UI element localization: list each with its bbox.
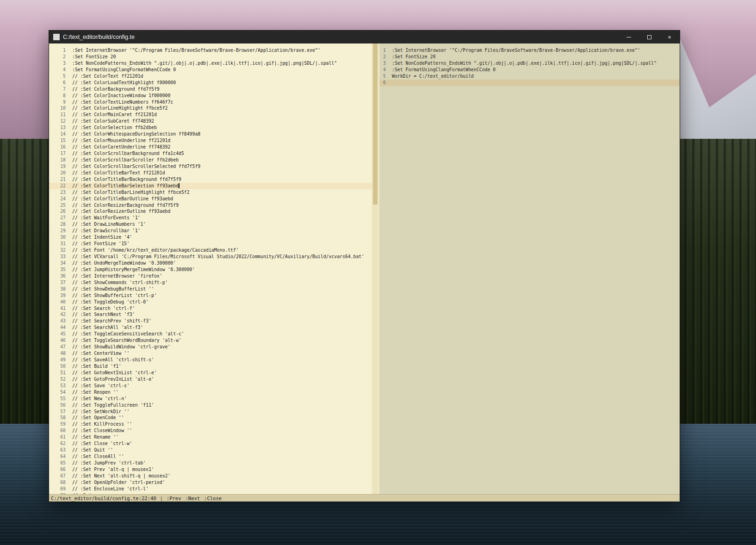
code-line-43[interactable]: 43// :Set SearchPrev 'shift-f3': [49, 318, 372, 324]
code-line-64[interactable]: 64// :Set CloseAll '': [49, 453, 372, 460]
editor-pane-inactive[interactable]: 1:Set InternetBrowser '"C:/Program Files…: [379, 43, 680, 494]
code-line-53[interactable]: 53// :Set Save 'ctrl-s': [49, 383, 372, 389]
code-line-17[interactable]: 17// :Set ColorScrollbarBackground ffa1c…: [49, 150, 372, 157]
code-line-58[interactable]: 58// :Set OpenCode '': [49, 415, 372, 421]
code-text: // :Set ShowDebugBufferList '': [72, 286, 154, 292]
code-line-70[interactable]: 70// :Set: [49, 492, 372, 494]
code-line-4[interactable]: 4:Set FormatUsingClangFormatWhenCCode 0: [49, 67, 372, 73]
code-line-68[interactable]: 68// :Set OpenUpFolder 'ctrl-period': [49, 479, 372, 486]
code-line-7[interactable]: 7// :Set ColorBackground ffd7f5f9: [49, 86, 372, 93]
code-line-26[interactable]: 26// :Set ColorResizerOutline ff93aebd: [49, 208, 372, 215]
code-line-50[interactable]: 50// :Set Build 'f1': [49, 363, 372, 370]
code-line-24[interactable]: 24// :Set ColorTitleBarOutline ff93aebd: [49, 196, 372, 202]
code-line-16[interactable]: 16// :Set ColorCaretUnderline ff748392: [49, 144, 372, 150]
code-line-23[interactable]: 23// :Set ColorTitleBarLineHighlight ffb…: [49, 189, 372, 196]
code-line-13[interactable]: 13// :Set ColorSelection ffb2dbeb: [49, 124, 372, 131]
line-number: 30: [49, 234, 66, 241]
code-line-65[interactable]: 65// :Set JumpPrev 'ctrl-tab': [49, 460, 372, 466]
code-line-25[interactable]: 25// :Set ColorResizerBackground ffd7f5f…: [49, 202, 372, 209]
code-line-20[interactable]: 20// :Set ColorTitleBarText ff21201d: [49, 170, 372, 176]
code-line-6[interactable]: 6// :Set ColorLoadTextHighlight f000000: [49, 80, 372, 86]
code-line-5[interactable]: 5// :Set ColorText ff21201d: [49, 73, 372, 80]
code-text: :Set FontSize 20: [392, 54, 435, 60]
code-line-46[interactable]: 46// :Set ToggleSearchWordBoundary 'alt-…: [49, 337, 372, 344]
code-line-32[interactable]: 32// :Set Font '/home/krz/text_editor/pa…: [49, 247, 372, 254]
line-number: 33: [49, 254, 66, 260]
status-command-next[interactable]: :Next: [186, 495, 200, 501]
code-line-44[interactable]: 44// :Set SearchAll 'alt-f3': [49, 324, 372, 331]
code-line-9[interactable]: 9// :Set ColorTextLineNumbers ff646f7c: [49, 99, 372, 105]
minimize-button[interactable]: [619, 31, 639, 43]
code-line-59[interactable]: 59// :Set KillProcess '': [49, 421, 372, 427]
code-line-38[interactable]: 38// :Set ShowDebugBufferList '': [49, 286, 372, 292]
code-line-11[interactable]: 11// :Set ColorMainCaret ff21201d: [49, 111, 372, 118]
code-line-18[interactable]: 18// :Set ColorScrollbarScroller ffb2dbe…: [49, 157, 372, 163]
code-line-69[interactable]: 69// :Set EncloseLine 'ctrl-l': [49, 486, 372, 492]
code-line-10[interactable]: 10// :Set ColorLineHighlight ffbce5f2: [49, 105, 372, 111]
code-line-4[interactable]: 4:Set FormatUsingClangFormatWhenCCode 0: [379, 67, 680, 73]
code-line-52[interactable]: 52// :Set GotoPrevInList 'alt-e': [49, 376, 372, 383]
editor-pane-active[interactable]: 1:Set InternetBrowser '"C:/Program Files…: [49, 43, 372, 494]
scrollbar-thumb[interactable]: [373, 43, 378, 204]
code-line-51[interactable]: 51// :Set GotoNextInList 'ctrl-e': [49, 370, 372, 376]
code-line-31[interactable]: 31// :Set FontSize '15': [49, 241, 372, 247]
code-line-40[interactable]: 40// :Set ToggleDebug 'ctrl-0': [49, 299, 372, 305]
code-line-12[interactable]: 12// :Set ColorSubCaret ff748392: [49, 118, 372, 124]
code-line-48[interactable]: 48// :Set CenterView '': [49, 350, 372, 357]
code-text: // :Set ShowBufferList 'ctrl-p': [72, 292, 157, 299]
code-line-60[interactable]: 60// :Set CloseWindow '': [49, 427, 372, 434]
code-text: // :Set SearchNext 'f3': [72, 311, 135, 318]
code-line-34[interactable]: 34// :Set UndoMergeTimeWindow '0.300000': [49, 260, 372, 266]
code-line-56[interactable]: 56// :Set ToggleFullscreen 'f11': [49, 402, 372, 409]
line-number: 21: [49, 176, 66, 183]
code-line-57[interactable]: 57// :Set SetWorkDir '': [49, 409, 372, 415]
code-line-37[interactable]: 37// :Set ShowCommands 'ctrl-shift-p': [49, 279, 372, 286]
code-line-62[interactable]: 62// :Set Close 'ctrl-w': [49, 440, 372, 447]
code-line-29[interactable]: 29// :Set DrawScrollbar '1': [49, 228, 372, 234]
code-line-1[interactable]: 1:Set InternetBrowser '"C:/Program Files…: [379, 47, 680, 54]
code-line-2[interactable]: 2:Set FontSize 20: [379, 54, 680, 60]
code-line-33[interactable]: 33// :Set VCVarsall 'C:/Program Files/Mi…: [49, 254, 372, 260]
code-line-19[interactable]: 19// :Set ColorScrollbarScrollerSelected…: [49, 163, 372, 170]
code-line-36[interactable]: 36// :Set InternetBrowser 'firefox': [49, 273, 372, 279]
code-line-3[interactable]: 3:Set NonCodePatterns_EndsWith ".git/|.o…: [379, 60, 680, 67]
code-line-39[interactable]: 39// :Set ShowBufferList 'ctrl-p': [49, 292, 372, 299]
code-line-45[interactable]: 45// :Set ToggleCaseSensitiveSearch 'alt…: [49, 331, 372, 337]
code-line-3[interactable]: 3:Set NonCodePatterns_EndsWith ".git/|.o…: [49, 60, 372, 67]
code-text: // :Set EncloseLine 'ctrl-l': [72, 486, 149, 492]
code-line-27[interactable]: 27// :Set WaitForEvents '1': [49, 215, 372, 221]
code-line-22[interactable]: 22// :Set ColorTitleBarSelection ff93aeb…: [49, 183, 372, 189]
code-line-42[interactable]: 42// :Set SearchNext 'f3': [49, 311, 372, 318]
code-line-47[interactable]: 47// :Set ShowBuildWindow 'ctrl-grave': [49, 344, 372, 350]
code-line-6[interactable]: 6: [379, 80, 680, 86]
code-line-61[interactable]: 61// :Set Rename '': [49, 434, 372, 440]
code-line-2[interactable]: 2:Set FontSize 20: [49, 54, 372, 60]
code-line-14[interactable]: 14// :Set ColorWhitespaceDuringSelection…: [49, 131, 372, 137]
code-line-8[interactable]: 8// :Set ColorInactiveWindow 1f000000: [49, 93, 372, 99]
code-line-15[interactable]: 15// :Set ColorMouseUnderline ff21201d: [49, 137, 372, 144]
code-line-66[interactable]: 66// :Set Prev 'alt-q | mousex1': [49, 466, 372, 473]
maximize-button[interactable]: [639, 31, 659, 43]
close-button[interactable]: ✕: [659, 31, 680, 43]
code-line-1[interactable]: 1:Set InternetBrowser '"C:/Program Files…: [49, 47, 372, 54]
status-command-close[interactable]: :Close: [204, 495, 222, 501]
code-line-49[interactable]: 49// :Set SaveAll 'ctrl-shift-s': [49, 357, 372, 363]
code-line-55[interactable]: 55// :Set New 'ctrl-n': [49, 396, 372, 402]
line-number: 2: [49, 54, 66, 60]
code-line-67[interactable]: 67// :Set Next 'alt-shift-q | mousex2': [49, 473, 372, 479]
code-line-28[interactable]: 28// :Set DrawLineNumbers '1': [49, 221, 372, 228]
titlebar[interactable]: C:/text_editor/build/config.te ✕: [49, 31, 680, 43]
code-line-21[interactable]: 21// :Set ColorTitleBarBackground ffd7f5…: [49, 176, 372, 183]
line-number: 2: [379, 54, 386, 60]
code-line-63[interactable]: 63// :Set Quit '': [49, 447, 372, 453]
status-command-prev[interactable]: :Prev: [167, 495, 181, 501]
code-line-41[interactable]: 41// :Set Search 'ctrl-f': [49, 305, 372, 312]
code-line-5[interactable]: 5WorkDir = C:/text_editor/build: [379, 73, 680, 80]
line-number: 4: [379, 67, 386, 73]
code-line-30[interactable]: 30// :Set IndentSize '4': [49, 234, 372, 241]
code-line-54[interactable]: 54// :Set Reopen '': [49, 389, 372, 396]
line-number: 46: [49, 337, 66, 344]
code-line-35[interactable]: 35// :Set JumpHistoryMergeTimeWindow '0.…: [49, 266, 372, 273]
scrollbar[interactable]: [372, 43, 378, 494]
line-number: 29: [49, 228, 66, 234]
